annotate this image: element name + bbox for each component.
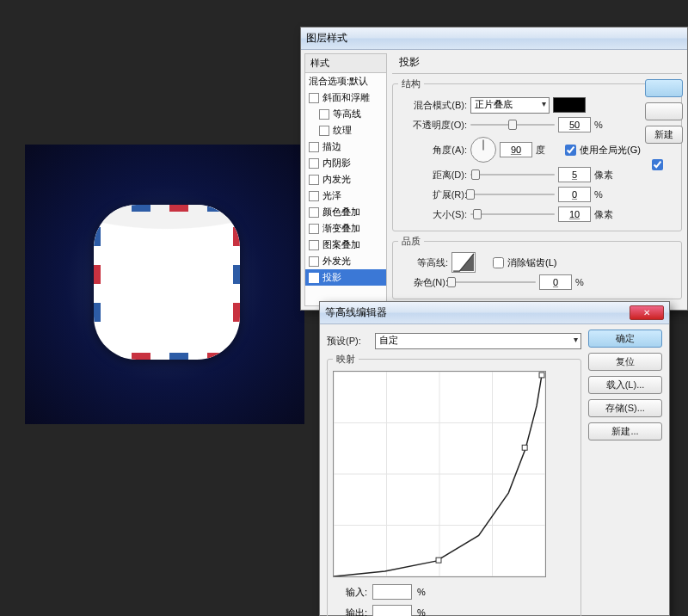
effect-item-satin[interactable]: 光泽 — [305, 188, 386, 204]
contour-curve-graph[interactable] — [333, 371, 546, 577]
contour-title: 等高线编辑器 — [325, 305, 630, 320]
styles-header: 样式 — [305, 54, 386, 73]
effect-item-bevel[interactable]: 斜面和浮雕 — [305, 89, 386, 106]
dialog-title: 图层样式 — [306, 31, 682, 46]
close-icon[interactable]: ✕ — [630, 305, 664, 320]
antialias-label: 消除锯齿(L) — [507, 256, 556, 269]
angle-value[interactable]: 90 — [500, 142, 532, 157]
effect-checkbox[interactable] — [319, 109, 329, 120]
effect-item-stroke[interactable]: 描边 — [305, 139, 386, 155]
curve-point[interactable] — [539, 373, 544, 378]
contour-picker[interactable] — [452, 252, 476, 273]
effect-checkbox[interactable] — [309, 175, 319, 185]
preview-checkbox[interactable] — [652, 159, 663, 170]
layer-style-dialog: 图层样式 样式 混合选项:默认 斜面和浮雕等高线纹理描边内阴影内发光光泽颜色叠加… — [300, 27, 688, 311]
mapping-legend: 映射 — [333, 353, 359, 366]
size-slider[interactable] — [470, 206, 555, 222]
opacity-value[interactable]: 50 — [558, 117, 591, 132]
blend-mode-select[interactable]: 正片叠底 — [470, 97, 550, 114]
effect-label: 渐变叠加 — [322, 222, 360, 235]
effect-item-inner-glow[interactable]: 内发光 — [305, 171, 386, 188]
new-button[interactable]: 新建... — [588, 422, 662, 440]
blend-options-item[interactable]: 混合选项:默认 — [305, 73, 386, 89]
effect-item-gradient-overlay[interactable]: 渐变叠加 — [305, 220, 386, 237]
cancel-button-partial[interactable] — [645, 102, 683, 120]
spread-label: 扩展(R): — [398, 188, 467, 201]
effect-checkbox[interactable] — [309, 142, 319, 152]
ok-button-partial[interactable] — [645, 79, 683, 97]
effect-item-pattern-overlay[interactable]: 图案叠加 — [305, 237, 386, 253]
distance-label: 距离(D): — [398, 169, 467, 182]
effect-label: 内发光 — [322, 173, 351, 186]
effect-label: 颜色叠加 — [322, 206, 360, 219]
noise-label: 杂色(N): — [398, 276, 448, 289]
size-label: 大小(S): — [398, 208, 467, 221]
angle-dial[interactable] — [470, 137, 496, 163]
effects-list: 样式 混合选项:默认 斜面和浮雕等高线纹理描边内阴影内发光光泽颜色叠加渐变叠加图… — [304, 53, 387, 306]
effect-label: 投影 — [322, 271, 341, 284]
mapping-group: 映射 输入: % 输出: — [327, 353, 581, 616]
effect-item-texture[interactable]: 纹理 — [305, 122, 386, 139]
structure-legend: 结构 — [398, 77, 424, 90]
angle-label: 角度(A): — [398, 144, 467, 157]
mail-icon — [94, 205, 240, 360]
use-global-light-label: 使用全局光(G) — [580, 144, 641, 157]
curve-point[interactable] — [522, 445, 527, 450]
effect-label: 斜面和浮雕 — [322, 91, 370, 104]
effect-checkbox[interactable] — [309, 207, 319, 218]
size-value[interactable]: 10 — [558, 206, 591, 222]
dialog-titlebar[interactable]: 图层样式 — [301, 28, 687, 50]
reset-button[interactable]: 复位 — [588, 353, 662, 371]
effect-item-drop-shadow[interactable]: ✓投影 — [305, 269, 386, 286]
effect-checkbox[interactable] — [319, 126, 329, 136]
new-style-button[interactable]: 新建 — [645, 126, 683, 144]
effect-label: 图案叠加 — [322, 238, 360, 251]
contour-titlebar[interactable]: 等高线编辑器 ✕ — [320, 302, 669, 324]
output-value[interactable] — [372, 605, 412, 616]
effect-label: 外发光 — [322, 255, 351, 268]
effect-checkbox[interactable] — [309, 158, 319, 169]
noise-slider[interactable] — [452, 274, 536, 290]
effect-label: 等高线 — [333, 108, 361, 120]
antialias-checkbox[interactable] — [493, 257, 504, 268]
opacity-slider[interactable] — [470, 117, 555, 132]
effect-checkbox[interactable] — [309, 224, 319, 234]
spread-value[interactable]: 0 — [558, 187, 591, 202]
effect-label: 纹理 — [333, 124, 352, 137]
noise-value[interactable]: 0 — [539, 274, 572, 290]
structure-group: 结构 混合模式(B): 正片叠底 不透明度(O): 50 % 角度(A): 90… — [392, 77, 682, 231]
quality-legend: 品质 — [398, 235, 424, 248]
input-value[interactable] — [372, 584, 412, 600]
use-global-light-checkbox[interactable] — [565, 145, 576, 156]
ok-button[interactable]: 确定 — [588, 330, 662, 348]
panel-heading: 投影 — [392, 52, 682, 74]
shadow-color-swatch[interactable] — [553, 97, 586, 113]
effect-checkbox[interactable] — [309, 240, 319, 250]
effect-checkbox[interactable]: ✓ — [309, 273, 319, 283]
effect-label: 内阴影 — [322, 157, 351, 169]
preset-select[interactable]: 自定 — [375, 333, 581, 349]
blend-mode-label: 混合模式(B): — [398, 99, 467, 112]
effect-checkbox[interactable] — [309, 93, 319, 103]
effect-item-contour-sub[interactable]: 等高线 — [305, 106, 386, 122]
curve-point[interactable] — [436, 557, 441, 563]
effect-checkbox[interactable] — [309, 256, 319, 267]
save-button[interactable]: 存储(S)... — [588, 399, 662, 417]
contour-label: 等高线: — [398, 256, 448, 269]
output-label: 输出: — [333, 607, 367, 617]
opacity-label: 不透明度(O): — [398, 119, 467, 132]
contour-editor-dialog: 等高线编辑器 ✕ 预设(P): 自定 映射 — [319, 301, 670, 616]
blend-options-label: 混合选项:默认 — [309, 75, 368, 88]
load-button[interactable]: 载入(L)... — [588, 376, 662, 394]
distance-slider[interactable] — [470, 167, 555, 182]
document-canvas[interactable] — [25, 145, 304, 424]
spread-slider[interactable] — [470, 187, 555, 202]
effect-item-color-overlay[interactable]: 颜色叠加 — [305, 204, 386, 220]
effect-item-inner-shadow[interactable]: 内阴影 — [305, 155, 386, 171]
effect-label: 光泽 — [322, 189, 341, 202]
effect-item-outer-glow[interactable]: 外发光 — [305, 253, 386, 269]
distance-value[interactable]: 5 — [558, 167, 591, 182]
input-label: 输入: — [333, 586, 367, 599]
quality-group: 品质 等高线: 消除锯齿(L) 杂色(N): 0 % — [392, 235, 682, 299]
effect-checkbox[interactable] — [309, 191, 319, 201]
